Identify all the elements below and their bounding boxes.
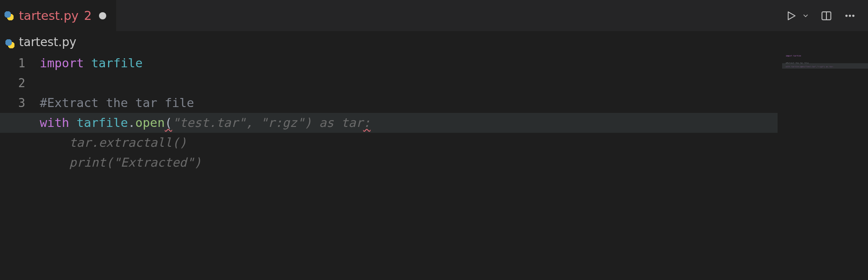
code-line[interactable]: #Extract the tar file (40, 93, 868, 113)
breadcrumb[interactable]: tartest.py (0, 32, 868, 52)
line-number[interactable]: 1 (0, 53, 40, 73)
whitespace (69, 116, 76, 130)
svg-point-5 (853, 15, 854, 17)
inline-suggestion[interactable]: "test.tar", "r:gz") as tar (172, 116, 363, 130)
function-token: open (135, 116, 165, 130)
editor-window: tartest.py 2 (0, 0, 868, 280)
inline-suggestion[interactable]: tar.extractall() (69, 135, 187, 149)
line-number-gutter: 1 2 3 4 (0, 52, 40, 280)
code-line[interactable] (40, 73, 868, 93)
chevron-down-icon (802, 12, 809, 19)
more-actions-button[interactable] (843, 9, 857, 23)
ellipsis-icon (844, 10, 856, 22)
whitespace (40, 155, 69, 169)
minimap-viewport[interactable] (782, 63, 868, 69)
comment-token: #Extract the tar file (40, 96, 194, 110)
punct-token: . (128, 116, 135, 130)
line-number[interactable]: 3 (0, 93, 40, 113)
line-number[interactable]: 2 (0, 73, 40, 93)
tab-bar: tartest.py 2 (0, 0, 868, 32)
minimap-line: import tarfile (786, 55, 801, 57)
code-line[interactable]: import tarfile (40, 53, 868, 73)
code-area[interactable]: import tarfile #Extract the tar file wit… (40, 52, 868, 280)
python-file-icon (5, 11, 14, 20)
code-line[interactable]: with tarfile.open("test.tar", "r:gz") as… (40, 113, 868, 133)
tab-filename: tartest.py (19, 9, 79, 23)
tab-dirty-indicator-icon[interactable] (99, 12, 106, 19)
inline-suggestion-line[interactable]: print("Extracted") (40, 153, 868, 173)
split-editor-button[interactable] (819, 9, 834, 23)
svg-marker-0 (788, 12, 795, 19)
run-button[interactable] (784, 9, 798, 23)
inline-suggestion[interactable]: print("Extracted") (69, 155, 202, 169)
identifier-token: tarfile (76, 116, 128, 130)
breadcrumb-filename: tartest.py (19, 35, 76, 49)
inline-suggestion-line[interactable]: tar.extractall() (40, 133, 868, 153)
run-dropdown-button[interactable] (801, 9, 810, 23)
keyword-token: import (40, 56, 84, 70)
split-editor-icon (821, 10, 832, 22)
whitespace (84, 56, 91, 70)
tab-problems-badge: 2 (84, 9, 92, 23)
error-squiggle[interactable]: : (363, 116, 370, 130)
minimap[interactable]: import tarfile #Extract the tar file wit… (782, 52, 868, 280)
keyword-token: with (40, 116, 69, 130)
python-file-icon (5, 37, 14, 47)
tab-tartest[interactable]: tartest.py 2 (0, 0, 117, 31)
svg-point-3 (845, 15, 847, 17)
module-token: tarfile (91, 56, 143, 70)
play-icon (785, 10, 797, 22)
whitespace (40, 135, 69, 149)
run-button-group (784, 9, 810, 23)
error-squiggle[interactable]: ( (165, 116, 172, 130)
editor-actions (784, 0, 868, 31)
svg-point-4 (849, 15, 851, 17)
code-editor[interactable]: 1 2 3 4 import tarfile #Extract the tar … (0, 52, 868, 280)
